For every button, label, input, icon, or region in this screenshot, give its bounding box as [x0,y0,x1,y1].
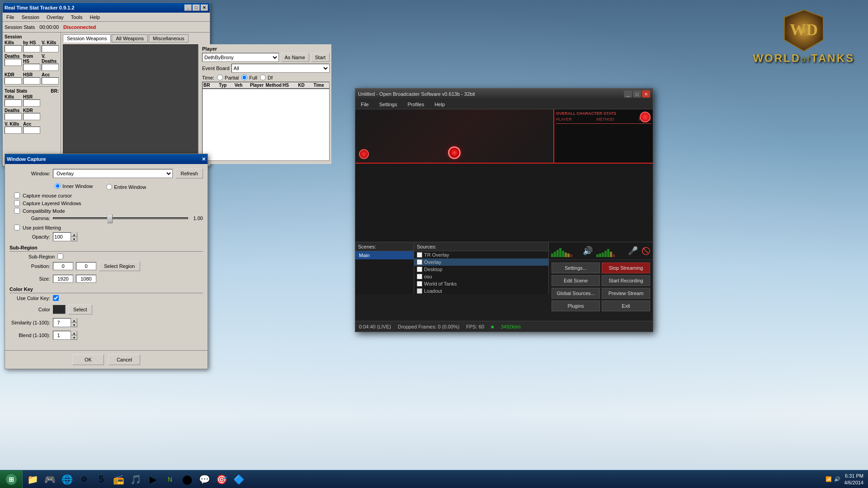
window-dropdown[interactable]: Overlay [53,169,173,178]
full-radio[interactable] [241,75,247,80]
close-btn[interactable]: ✕ [201,5,208,11]
hsr-input[interactable] [23,77,40,84]
menu-session[interactable]: Session [20,14,41,21]
osu-check[interactable]: ✓ [417,274,422,279]
entire-window-radio[interactable] [106,184,112,190]
total-kdr-input[interactable] [23,113,40,120]
as-name-btn[interactable]: As Name [281,53,309,62]
capture-layered-checkbox[interactable] [14,200,20,206]
opacity-down-btn[interactable]: ▼ [71,237,77,241]
overlay-check[interactable]: ✓ [417,259,422,265]
source-tr-overlay[interactable]: ✓ TR Overlay [414,251,548,258]
obs-menu-help[interactable]: Help [433,101,447,108]
sim-up-btn[interactable]: ▲ [71,318,77,323]
pos-x-input[interactable] [53,262,73,270]
gamma-slider-thumb[interactable] [107,214,113,223]
audio-icon[interactable]: 🔊 [583,246,593,256]
blend-up-btn[interactable]: ▲ [71,331,77,335]
source-wot[interactable]: ✓ World of Tanks [414,280,548,287]
start-button[interactable]: ⊞ [0,470,23,488]
wot-check[interactable]: ✓ [417,281,422,286]
inner-window-radio[interactable] [55,183,61,189]
menu-help[interactable]: Help [88,14,102,21]
settings-btn[interactable]: Settings... [552,263,600,273]
menu-overlay[interactable]: Overlay [45,14,66,21]
pos-y-input[interactable] [76,262,96,270]
tray-volume[interactable]: 🔊 [834,476,840,482]
blend-field[interactable] [53,331,71,340]
tr-overlay-check[interactable]: ✓ [417,252,422,258]
taskbar-icon-11[interactable]: 🎯 [213,471,230,488]
obs-min-btn[interactable]: _ [624,90,632,98]
obs-close-btn[interactable]: ✕ [642,90,650,98]
taskbar-icon-12[interactable]: 🔷 [231,471,247,488]
taskbar-icon-razer[interactable]: 🎵 [127,471,144,488]
select-color-btn[interactable]: Select [68,305,92,314]
source-overlay[interactable]: ✓ Overlay [414,258,548,266]
player-name-dropdown[interactable]: DethByBrony [202,53,279,62]
minimize-btn[interactable]: _ [184,5,192,11]
tab-session-weapons[interactable]: Session Weapons [63,34,111,42]
capture-mouse-checkbox[interactable] [14,192,20,198]
ok-btn[interactable]: OK [72,354,104,365]
taskbar-icon-5[interactable]: 5 [93,471,109,488]
exit-btn[interactable]: Exit [602,300,650,311]
obs-menu-settings[interactable]: Settings [377,101,399,108]
taskbar-clock[interactable]: 6:31 PM 4/6/2014 [844,473,863,486]
deaths-input[interactable] [5,59,22,66]
scene-main[interactable]: Main [355,251,414,259]
total-deaths-input[interactable] [5,113,22,120]
taskbar-icon-teamspeak[interactable]: 📻 [110,471,127,488]
opacity-up-btn[interactable]: ▲ [71,232,77,237]
obs-max-btn[interactable]: □ [633,90,641,98]
total-acc-input[interactable] [23,127,40,134]
partial-radio[interactable] [217,75,223,80]
tab-all-weapons[interactable]: All Weapons [112,34,148,42]
maximize-btn[interactable]: □ [193,5,200,11]
menu-file[interactable]: File [5,14,16,21]
select-region-btn[interactable]: Select Region [99,261,140,271]
loadout-check[interactable] [417,288,422,294]
event-board-dropdown[interactable]: All [231,64,330,73]
taskbar-icon-explorer[interactable]: 📁 [24,471,41,488]
point-filter-checkbox[interactable] [14,225,20,230]
taskbar-icon-skype[interactable]: 💬 [196,471,212,488]
refresh-btn[interactable]: Refresh [175,169,203,178]
blend-down-btn[interactable]: ▼ [71,335,77,340]
desktop-check[interactable]: ✓ [417,267,422,272]
similarity-field[interactable] [53,318,71,327]
taskbar-icon-wot[interactable]: ⚙ [76,471,92,488]
kdr-input[interactable] [5,77,22,84]
global-sources-btn[interactable]: Global Sources... [552,288,600,299]
tab-miscellaneous[interactable]: Miscellaneous [149,34,189,42]
kd-radio[interactable] [260,75,266,80]
menu-tools[interactable]: Tools [69,14,85,21]
edit-scene-btn[interactable]: Edit Scene [552,275,600,286]
size-h-input[interactable] [76,275,96,283]
start-btn[interactable]: Start [311,53,330,62]
taskbar-icon-9[interactable]: ⬤ [179,471,195,488]
taskbar-icon-nvidia[interactable]: N [162,471,178,488]
total-hsr-input[interactable] [23,99,40,107]
start-recording-btn[interactable]: Start Recording [602,275,650,286]
opacity-field[interactable]: 100 [53,232,71,241]
mic-icon[interactable]: 🎤 [628,246,638,256]
preview-stream-btn[interactable]: Preview Stream [602,288,650,299]
acc-input[interactable] [42,77,59,84]
byhs-input[interactable] [23,45,40,52]
fromhs-input[interactable] [23,64,40,71]
sim-down-btn[interactable]: ▼ [71,323,77,327]
total-kills-input[interactable] [5,99,22,107]
taskbar-icon-chrome[interactable]: 🌐 [59,471,75,488]
obs-record-btn[interactable] [359,149,369,159]
source-osu[interactable]: ✓ osu [414,273,548,280]
source-loadout[interactable]: Loadout [414,287,548,294]
obs-menu-profiles[interactable]: Profiles [406,101,426,108]
size-w-input[interactable] [53,275,73,283]
kills-input[interactable] [5,45,22,52]
plugins-btn[interactable]: Plugins [552,300,600,311]
color-swatch[interactable] [53,305,66,314]
subregion-checkbox[interactable] [57,253,63,259]
obs-stream-btn[interactable] [448,146,461,159]
vkills-input[interactable] [42,45,59,52]
